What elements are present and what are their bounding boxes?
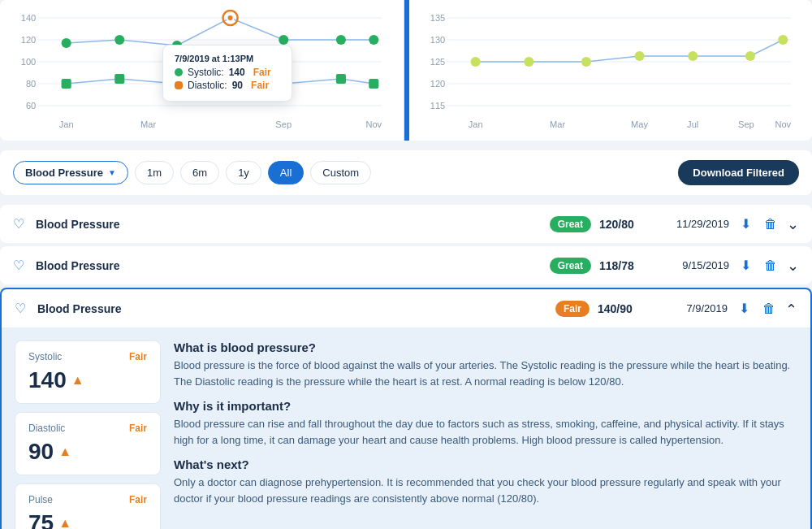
svg-point-16 — [279, 35, 288, 45]
systolic-dot — [175, 68, 183, 76]
record-value: 120/80 — [599, 218, 648, 231]
download-filtered-button[interactable]: Download Filtered — [678, 160, 799, 185]
info-whats-next: What's next? Only a doctor can diagnose … — [174, 457, 797, 506]
period-6m[interactable]: 6m — [180, 161, 219, 184]
download-icon[interactable]: ⬇ — [737, 256, 754, 275]
download-icon[interactable]: ⬇ — [736, 299, 753, 318]
svg-point-41 — [470, 57, 480, 67]
svg-text:130: 130 — [430, 35, 445, 45]
svg-text:60: 60 — [26, 101, 36, 111]
svg-point-18 — [369, 35, 378, 45]
record-name: Blood Pressure — [36, 259, 542, 272]
filter-bar: Blood Pressure ▼ 1m 6m 1y All Custom Dow… — [0, 150, 812, 195]
table-row: ♡ Blood Pressure Great 120/80 11/29/2019… — [0, 205, 812, 243]
record-name: Blood Pressure — [37, 302, 547, 315]
svg-rect-20 — [114, 74, 124, 84]
svg-text:140: 140 — [21, 13, 37, 23]
systolic-value: 140 ▲ — [28, 367, 147, 393]
chart-tooltip: 7/9/2019 at 1:13PM Systolic: 140 Fair Di… — [162, 45, 292, 102]
period-all[interactable]: All — [268, 161, 304, 184]
heart-icon: ♡ — [13, 258, 24, 273]
expanded-detail-panel: Systolic Fair 140 ▲ Diastolic Fair 90 — [0, 327, 812, 529]
svg-text:120: 120 — [21, 35, 37, 45]
status-badge: Fair — [555, 301, 590, 317]
svg-text:May: May — [631, 119, 648, 129]
info-text-1: Blood pressure is the force of blood aga… — [174, 358, 797, 389]
up-arrow-icon: ▲ — [58, 444, 71, 459]
record-actions: ⬇ 🗑 ⌄ — [736, 299, 797, 318]
tooltip-diastolic-status: Fair — [251, 80, 269, 91]
vitals-column: Systolic Fair 140 ▲ Diastolic Fair 90 — [15, 340, 161, 529]
svg-text:Jan: Jan — [468, 119, 482, 129]
diastolic-card: Diastolic Fair 90 ▲ — [15, 412, 161, 475]
systolic-label: Systolic — [28, 351, 62, 362]
diastolic-value: 90 ▲ — [28, 439, 147, 465]
svg-point-47 — [778, 35, 788, 45]
svg-text:Jul: Jul — [687, 119, 698, 129]
info-column: What is blood pressure? Blood pressure i… — [174, 340, 797, 529]
status-badge: Great — [550, 258, 591, 274]
diastolic-status: Fair — [129, 423, 147, 434]
delete-icon[interactable]: 🗑 — [761, 257, 780, 275]
diastolic-label: Diastolic — [28, 423, 65, 434]
svg-point-43 — [581, 57, 590, 67]
up-arrow-icon: ▲ — [71, 373, 84, 388]
svg-text:Nov: Nov — [365, 119, 382, 129]
collapse-chevron[interactable]: ⌄ — [785, 300, 797, 318]
pulse-label: Pulse — [28, 494, 53, 505]
svg-text:Jan: Jan — [59, 119, 74, 129]
tooltip-systolic-value: 140 — [229, 67, 245, 78]
tooltip-diastolic-value: 90 — [232, 80, 243, 91]
pulse-status: Fair — [129, 494, 147, 505]
dropdown-arrow-icon: ▼ — [108, 168, 116, 177]
svg-rect-25 — [336, 74, 346, 84]
svg-text:80: 80 — [26, 79, 36, 89]
svg-text:Sep: Sep — [275, 119, 292, 129]
svg-point-42 — [524, 57, 533, 67]
svg-text:Mar: Mar — [140, 119, 156, 129]
metric-dropdown[interactable]: Blood Pressure ▼ — [13, 161, 128, 184]
tooltip-diastolic-row: Diastolic: 90 Fair — [175, 80, 280, 91]
delete-icon[interactable]: 🗑 — [761, 215, 780, 233]
info-what-is: What is blood pressure? Blood pressure i… — [174, 340, 797, 389]
record-date: 9/15/2019 — [656, 259, 729, 271]
svg-rect-19 — [62, 79, 71, 89]
record-name: Blood Pressure — [36, 218, 542, 231]
records-list: ♡ Blood Pressure Great 120/80 11/29/2019… — [0, 205, 812, 529]
info-why-important: Why is it important? Blood pressure can … — [174, 399, 797, 448]
svg-text:100: 100 — [21, 57, 37, 67]
record-date: 11/29/2019 — [656, 218, 729, 230]
record-value: 140/90 — [598, 302, 646, 315]
period-1m[interactable]: 1m — [135, 161, 174, 184]
period-1y[interactable]: 1y — [226, 161, 261, 184]
svg-point-15 — [228, 15, 233, 20]
info-title-1: What is blood pressure? — [174, 340, 797, 354]
delete-icon[interactable]: 🗑 — [759, 300, 779, 318]
expand-chevron[interactable]: ⌄ — [787, 215, 799, 233]
tooltip-diastolic-label: Diastolic: — [188, 80, 227, 91]
table-row: ♡ Blood Pressure Great 118/78 9/15/2019 … — [0, 246, 812, 284]
systolic-status: Fair — [129, 351, 147, 362]
svg-point-46 — [745, 51, 754, 61]
info-title-3: What's next? — [174, 457, 797, 471]
pulse-value: 75 ▲ — [28, 510, 147, 529]
expand-chevron[interactable]: ⌄ — [787, 257, 799, 275]
status-badge: Great — [550, 216, 591, 232]
svg-text:Mar: Mar — [550, 119, 565, 129]
svg-text:135: 135 — [430, 13, 445, 23]
download-icon[interactable]: ⬇ — [737, 215, 754, 233]
diastolic-dot — [175, 81, 183, 89]
info-title-2: Why is it important? — [174, 399, 797, 413]
systolic-card: Systolic Fair 140 ▲ — [15, 340, 161, 404]
up-arrow-icon: ▲ — [58, 516, 71, 529]
record-actions: ⬇ 🗑 ⌄ — [737, 256, 799, 275]
tooltip-systolic-status: Fair — [253, 67, 271, 78]
svg-text:115: 115 — [430, 101, 445, 111]
pulse-card: Pulse Fair 75 ▲ — [15, 483, 161, 529]
heart-icon: ♡ — [13, 216, 24, 232]
table-row: ♡ Blood Pressure Fair 140/90 7/9/2019 ⬇ … — [0, 288, 812, 327]
tooltip-date: 7/9/2019 at 1:13PM — [175, 54, 280, 63]
period-custom[interactable]: Custom — [310, 161, 371, 184]
svg-point-11 — [114, 35, 124, 45]
heart-icon: ♡ — [15, 301, 26, 316]
